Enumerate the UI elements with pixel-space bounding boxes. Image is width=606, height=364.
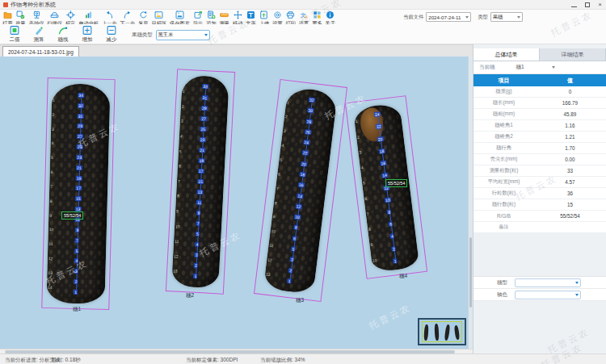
toolbar-button-increase[interactable]: 增加 [75,25,99,44]
table-row: 穗重(g)0 [473,86,606,98]
edge-num: 1 [53,98,57,103]
current-ear-select[interactable]: 穗1 [516,64,524,71]
chip: 27 [200,116,207,121]
chevron-down-icon [517,16,520,19]
ruler-icon [220,10,229,19]
type-value: 果穗 [493,14,516,21]
edge-num: 13 [266,272,271,277]
edge-num: 6 [278,172,283,177]
chip: 19 [198,158,204,163]
vertical-scrollbar-thumb[interactable] [469,237,472,308]
edge-num: 8 [177,195,182,199]
close-button[interactable]: × [598,2,602,8]
ear-shape-select[interactable] [515,278,581,287]
chip: 4 [74,258,78,263]
chip: 18 [378,149,385,154]
table-row: 测量粒数(粒)33 [473,165,606,177]
chip: 22 [302,150,309,156]
tab-overall-results[interactable]: 总体结果 [473,48,540,61]
chip: 7 [196,221,200,226]
axis-color-select[interactable] [515,291,581,299]
toolbar-button-decrease[interactable]: 减少 [99,25,124,44]
chip: 15 [75,196,82,201]
edge-num: 10 [271,229,276,234]
cell-item: 平均粒宽(mm) [473,178,534,186]
scanner-icon [50,10,59,19]
image-icon [175,10,184,19]
edge-num: 4 [52,142,57,146]
edge-num: 9 [176,209,181,213]
chip: 5 [291,246,295,252]
edge-num: 6 [51,170,56,174]
move-icon [234,10,242,19]
chip: 25 [77,144,83,149]
edge-num: 2 [52,113,57,117]
image-canvas[interactable]: 1234567891011121314 34323129272523211917… [0,56,473,349]
navigator-thumbnail[interactable] [418,318,466,345]
cell-item: 穗行数(粒) [473,201,534,208]
edge-num: 7 [178,179,183,183]
chip: 20 [301,161,307,167]
file-tab[interactable]: 2024-07-24-11-18-53-01.jpg [2,46,79,56]
edge-num: 10 [49,228,54,232]
edge-num: 7 [276,186,281,191]
current-file-select[interactable]: 2024-07-24-11 [426,12,471,22]
chip: 4 [390,234,394,240]
ear-type-select[interactable]: 黑玉米 [156,30,210,40]
toolbar-button-binarize[interactable]: 二值 [2,25,27,44]
edge-num: 3 [52,128,57,132]
edge-num: 6 [364,196,369,201]
table-row: 穗锥角21.21 [473,132,606,143]
edge-num: 4 [281,144,286,149]
chip: 23 [76,155,82,160]
export-icon [194,10,203,19]
chip: 10 [385,197,391,203]
svg-text:A: A [305,15,308,19]
cell-item: 测量粒数(粒) [473,167,534,174]
cell-item: 备注 [473,224,534,231]
cell-item: 穗锥角2 [473,133,534,140]
chip: 13 [196,190,203,195]
type-select[interactable]: 果穗 [490,12,523,22]
chip: 3 [290,257,294,262]
tab-detail-results[interactable]: 详细结果 [540,48,606,61]
chip: 3 [74,269,78,274]
ear-shape-row: 穗型 [473,277,606,289]
edge-num: 13 [48,271,53,275]
chip: 12 [295,203,301,209]
chip: 8 [294,225,298,231]
chip: 18 [299,172,305,178]
viewport-rect[interactable] [422,321,462,342]
type-label: 类型 [478,14,488,21]
chip: 29 [201,105,208,110]
edge-num: 8 [275,201,280,206]
chip: 21 [76,165,82,170]
chevron-down-icon [575,294,579,296]
edge-num: 2 [182,105,187,109]
edge-num: 8 [50,199,55,203]
chevron-down-icon [465,16,469,19]
ear-name-label: 穗3 [296,297,304,304]
table-row: 穗行角1.70 [473,143,606,154]
chip: 14 [381,173,388,178]
grid-icon [313,10,322,19]
chip: 6 [389,222,393,228]
ear-1[interactable]: 1234567891011121314 34323129272523211917… [46,83,110,304]
curve-icon [57,25,69,36]
edge-num: 11 [175,240,179,244]
maximize-button[interactable] [585,2,590,7]
results-panel: 总体结果 详细结果 当前穗 穗1 项目 值 穗重(g)0 穗长(mm)166.7… [473,44,606,354]
app-logo-icon [3,2,8,7]
toolbar-button-recalc[interactable]: 测算 [27,25,51,44]
toolbar-button-ear-line[interactable]: 穗线 [51,25,75,44]
minimize-button[interactable] [571,6,577,7]
status-elapsed: 耗时: 0.18秒 [52,357,81,364]
chip: 10 [294,214,301,220]
chip: 20 [377,136,383,142]
edge-num: 7 [50,185,55,189]
edge-num: 2 [357,135,362,140]
edge-num: 4 [180,135,185,139]
chip: 33 [202,84,208,89]
edge-num: 14 [48,286,53,290]
current-ear-label: 当前穗 [479,64,495,71]
